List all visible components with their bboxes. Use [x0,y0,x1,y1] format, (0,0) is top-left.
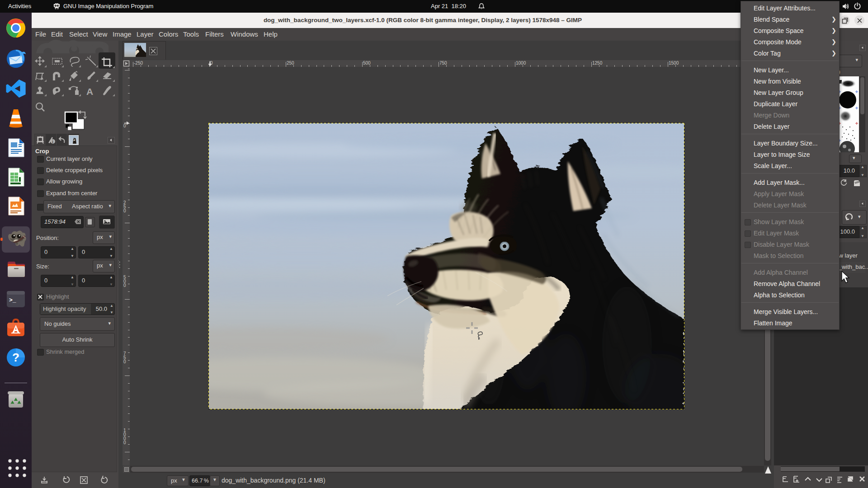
svg-text:i: i [52,140,53,144]
svg-text:>_: >_ [9,297,16,304]
svg-text:?: ? [12,351,19,364]
svg-text:A: A [86,86,93,97]
